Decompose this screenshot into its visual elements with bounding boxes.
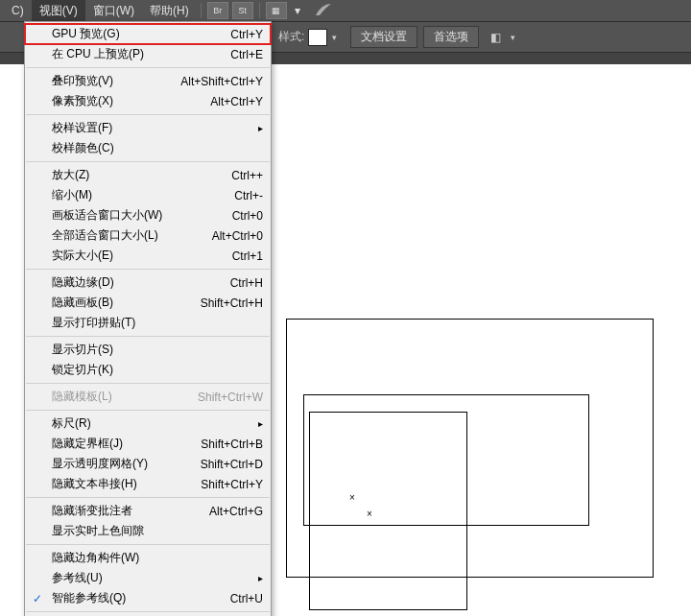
panel-dropdown-icon[interactable]: ▾ (508, 29, 517, 46)
menu-item-label: 显示透明度网格(Y) (52, 456, 201, 472)
menu-item-label: 隐藏画板(B) (52, 295, 201, 311)
menu-item-label: 锁定切片(K) (52, 362, 263, 378)
menu-item-label: 显示切片(S) (52, 342, 263, 358)
menu-item-label: GPU 预览(G) (52, 26, 230, 42)
menu-item-label: 画板适合窗口大小(W) (52, 207, 232, 224)
menu-item[interactable]: 标尺(R)▸ (25, 414, 271, 434)
menu-item-label: 像素预览(X) (52, 93, 210, 109)
menu-item[interactable]: 缩小(M)Ctrl+- (25, 185, 271, 205)
bridge-icon[interactable]: Br (207, 2, 228, 19)
menubar-separator (201, 3, 202, 18)
menu-separator (26, 336, 270, 337)
check-icon: ✓ (33, 592, 42, 605)
menu-item-label: 显示打印拼贴(T) (52, 315, 263, 331)
menu-item-shortcut: Shift+Ctrl+Y (201, 478, 263, 491)
menu-item-label: 标尺(R) (52, 415, 254, 432)
menu-item[interactable]: GPU 预览(G)Ctrl+Y (25, 24, 271, 44)
menu-item[interactable]: 隐藏定界框(J)Shift+Ctrl+B (25, 434, 271, 454)
menu-item[interactable]: 隐藏画板(B)Shift+Ctrl+H (25, 293, 271, 313)
menu-item-label: 隐藏边角构件(W) (52, 550, 263, 566)
menu-item[interactable]: 校样颜色(C) (25, 138, 271, 158)
menu-item[interactable]: 隐藏边角构件(W) (25, 548, 271, 568)
menu-item-label: 隐藏渐变批注者 (52, 503, 209, 519)
style-dropdown-icon[interactable]: ▾ (329, 29, 339, 46)
submenu-arrow-icon: ▸ (258, 573, 263, 583)
menu-item-shortcut: Ctrl+Y (230, 28, 263, 41)
view-menu-dropdown: GPU 预览(G)Ctrl+Y在 CPU 上预览(P)Ctrl+E叠印预览(V)… (24, 21, 272, 616)
menu-item[interactable]: 画板适合窗口大小(W)Ctrl+0 (25, 205, 271, 225)
menu-item[interactable]: 像素预览(X)Alt+Ctrl+Y (25, 91, 271, 111)
menu-separator (26, 383, 270, 384)
menu-item[interactable]: 放大(Z)Ctrl++ (25, 165, 271, 185)
menu-item-label: 隐藏模板(L) (52, 389, 198, 405)
menu-separator (26, 611, 270, 612)
menu-item-shortcut: Shift+Ctrl+B (201, 438, 263, 451)
doc-settings-button[interactable]: 文档设置 (350, 26, 417, 48)
menu-separator (26, 114, 270, 115)
anchor-point-icon: × (349, 492, 355, 503)
menu-item[interactable]: 隐藏边缘(D)Ctrl+H (25, 272, 271, 293)
prefs-button[interactable]: 首选项 (423, 26, 479, 48)
menu-item-shortcut: Ctrl+H (230, 276, 263, 290)
menu-item-label: 智能参考线(Q) (52, 590, 230, 606)
menu-item[interactable]: ✓智能参考线(Q)Ctrl+U (25, 588, 271, 608)
menu-separator (26, 497, 270, 498)
menu-item[interactable]: 隐藏文本串接(H)Shift+Ctrl+Y (25, 474, 271, 494)
menu-item[interactable]: 实际大小(E)Ctrl+1 (25, 246, 271, 266)
menu-item[interactable]: 隐藏渐变批注者Alt+Ctrl+G (25, 501, 271, 521)
menu-item-label: 校样设置(F) (52, 120, 254, 136)
menu-item[interactable]: 显示切片(S) (25, 340, 271, 360)
menu-item-label: 隐藏定界框(J) (52, 436, 201, 452)
menu-item: 隐藏模板(L)Shift+Ctrl+W (25, 387, 271, 407)
menu-separator (26, 410, 270, 411)
menu-item-shortcut: Ctrl+1 (232, 249, 263, 263)
menu-item-label: 缩小(M) (52, 187, 234, 203)
stock-icon[interactable]: St (232, 2, 253, 19)
menu-item[interactable]: 参考线(U)▸ (25, 568, 271, 588)
shape-rect-2[interactable] (309, 412, 467, 610)
menu-item-shortcut: Alt+Ctrl+Y (210, 95, 263, 108)
menu-item[interactable]: 锁定切片(K) (25, 360, 271, 380)
menu-item-shortcut: Ctrl+- (234, 189, 263, 202)
menu-item-label: 叠印预览(V) (52, 73, 180, 89)
menu-item-shortcut: Shift+Ctrl+D (201, 458, 263, 471)
menu-item-label: 在 CPU 上预览(P) (52, 46, 230, 62)
submenu-arrow-icon: ▸ (258, 123, 263, 133)
canvas-area[interactable]: × × (273, 64, 691, 616)
panel-icon[interactable]: ◧ (485, 28, 506, 47)
menu-window[interactable]: 窗口(W) (85, 0, 142, 21)
menu-item[interactable]: 显示实时上色间隙 (25, 521, 271, 541)
menu-item[interactable]: 显示打印拼贴(T) (25, 313, 271, 333)
arrange-icon[interactable]: ▦ (266, 2, 287, 19)
quill-icon[interactable] (314, 2, 333, 20)
menu-separator (26, 67, 270, 68)
menu-item-shortcut: Shift+Ctrl+W (198, 391, 263, 404)
menu-item-shortcut: Ctrl+E (230, 48, 263, 61)
menu-item-label: 隐藏文本串接(H) (52, 476, 201, 492)
arrange-dropdown-icon[interactable]: ▾ (289, 2, 306, 19)
menu-item-label: 放大(Z) (52, 167, 231, 183)
menu-c[interactable]: C) (4, 0, 32, 21)
menu-item-shortcut: Ctrl++ (231, 169, 263, 182)
menu-item-label: 隐藏边缘(D) (52, 274, 230, 291)
menu-item[interactable]: 全部适合窗口大小(L)Alt+Ctrl+0 (25, 225, 271, 246)
menu-item-shortcut: Shift+Ctrl+H (201, 296, 263, 310)
menu-item-label: 实际大小(E) (52, 248, 232, 264)
menu-item[interactable]: 叠印预览(V)Alt+Shift+Ctrl+Y (25, 71, 271, 91)
menu-separator (26, 544, 270, 545)
menu-item[interactable]: 校样设置(F)▸ (25, 118, 271, 138)
menu-view[interactable]: 视图(V) (32, 0, 85, 21)
menu-item-shortcut: Ctrl+U (230, 592, 263, 605)
menu-item-label: 全部适合窗口大小(L) (52, 227, 212, 244)
menu-item[interactable]: 在 CPU 上预览(P)Ctrl+E (25, 44, 271, 64)
menubar: C) 视图(V) 窗口(W) 帮助(H) Br St ▦ ▾ (0, 0, 691, 21)
menu-separator (26, 269, 270, 270)
menu-item[interactable]: 显示透明度网格(Y)Shift+Ctrl+D (25, 454, 271, 474)
anchor-point-icon: × (367, 509, 372, 519)
menubar-separator (259, 3, 260, 18)
menu-item-shortcut: Alt+Ctrl+0 (212, 229, 263, 243)
submenu-arrow-icon: ▸ (258, 418, 263, 429)
menu-help[interactable]: 帮助(H) (142, 0, 197, 21)
style-swatch[interactable] (308, 29, 327, 46)
menu-item-label: 参考线(U) (52, 570, 254, 586)
